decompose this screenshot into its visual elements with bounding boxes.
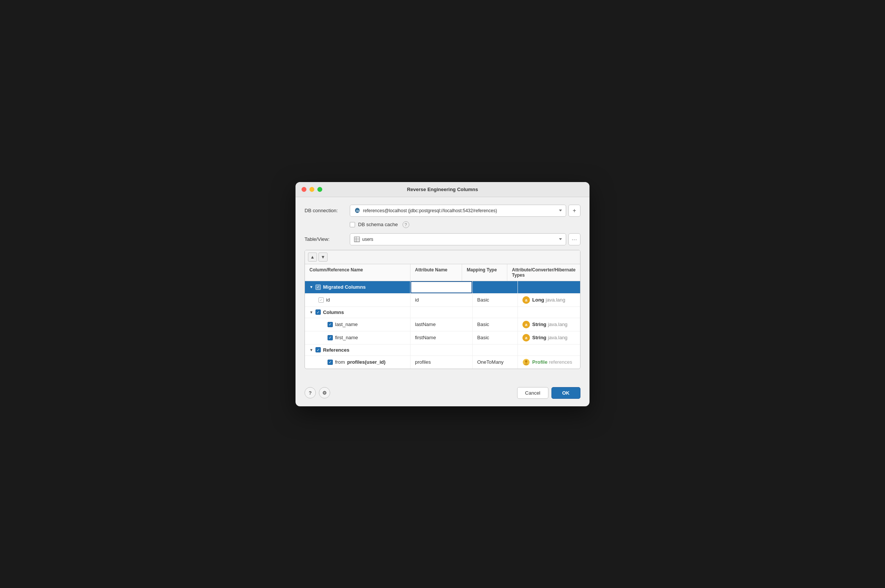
row-first-name[interactable]: ✓ first_name firstName Basic a String ja… xyxy=(305,331,580,345)
firstname-attr-value: firstName xyxy=(415,335,436,340)
table-toolbar: ▲ ▼ xyxy=(305,250,580,264)
help-button[interactable]: ? xyxy=(305,387,316,398)
schema-cache-label: DB schema cache xyxy=(358,222,398,227)
table-header: Column/Reference Name Attribute Name Map… xyxy=(305,264,580,281)
db-connection-chevron-icon xyxy=(559,210,562,211)
profiles-ref-mapping-cell: OneToMany xyxy=(473,356,518,369)
maximize-button[interactable] xyxy=(317,187,322,192)
firstname-checkbox[interactable]: ✓ xyxy=(328,335,333,340)
table-view-select[interactable]: users xyxy=(350,233,566,245)
dialog-footer: ? ⚙ Cancel OK xyxy=(296,383,589,406)
references-group-mapping-cell xyxy=(473,345,518,355)
move-up-button[interactable]: ▲ xyxy=(308,253,317,262)
id-type-main: Long xyxy=(532,297,544,303)
firstname-attr-cell: firstName xyxy=(410,331,473,344)
lastname-mapping-cell: Basic xyxy=(473,318,518,331)
close-button[interactable] xyxy=(302,187,306,192)
id-attr-badge: a xyxy=(522,296,530,304)
db-connection-select[interactable]: pg references@localhost (jdbc:postgresql… xyxy=(350,205,566,217)
dialog-body: DB connection: pg references@localhost (… xyxy=(296,197,589,383)
profiles-ref-checkbox[interactable]: ✓ xyxy=(328,360,333,365)
firstname-attr-badge: a xyxy=(522,334,530,341)
migrated-checkbox[interactable]: ✓ xyxy=(315,285,321,290)
window-controls xyxy=(302,187,322,192)
db-connection-label: DB connection: xyxy=(305,208,350,213)
profiles-ref-type-cell: Profile references xyxy=(518,356,580,369)
id-mapping-value: Basic xyxy=(477,297,489,303)
table-view-label: Table/View: xyxy=(305,236,350,242)
firstname-mapping-value: Basic xyxy=(477,335,489,340)
id-type-sub: java.lang xyxy=(546,297,565,303)
col-header-attr: Attribute Name xyxy=(410,264,462,281)
references-group-attr-cell xyxy=(410,345,473,355)
group-row-references[interactable]: ▼ ✓ References xyxy=(305,345,580,356)
references-group-label: References xyxy=(323,347,349,353)
columns-group-mapping-cell xyxy=(473,307,518,318)
row-id[interactable]: ✓ id id Basic a Long java.lang xyxy=(305,294,580,307)
schema-cache-help-icon[interactable]: ? xyxy=(403,221,409,228)
row-profiles-ref[interactable]: ✓ from profiles(user_id) profiles OneToM… xyxy=(305,356,580,369)
columns-table: ▲ ▼ Column/Reference Name Attribute Name… xyxy=(305,250,580,369)
table-view-more-button[interactable]: ··· xyxy=(568,233,580,245)
lastname-checkbox[interactable]: ✓ xyxy=(328,322,333,327)
main-dialog: Reverse Engineering Columns DB connectio… xyxy=(296,182,589,406)
col-header-name: Column/Reference Name xyxy=(305,264,410,281)
migrated-name-cell: ▼ ✓ Migrated Columns xyxy=(305,281,410,293)
id-mapping-cell: Basic xyxy=(473,294,518,306)
columns-group-name-cell: ▼ ✓ Columns xyxy=(305,307,410,318)
id-label: id xyxy=(326,297,330,303)
svg-text:pg: pg xyxy=(356,209,359,211)
references-group-name-cell: ▼ ✓ References xyxy=(305,345,410,355)
lastname-attr-badge: a xyxy=(522,321,530,328)
migrated-mapping-cell xyxy=(473,281,518,293)
columns-group-checkbox[interactable]: ✓ xyxy=(315,309,321,315)
schema-cache-row: DB schema cache ? xyxy=(350,221,580,228)
firstname-label: first_name xyxy=(335,335,358,340)
db-connection-container: pg references@localhost (jdbc:postgresql… xyxy=(350,205,580,217)
minimize-button[interactable] xyxy=(309,187,314,192)
lastname-label: last_name xyxy=(335,322,358,327)
group-row-migrated[interactable]: ▼ ✓ Migrated Columns xyxy=(305,281,580,294)
col-header-mapping: Mapping Type xyxy=(462,264,507,281)
lastname-type-sub: java.lang xyxy=(548,322,568,327)
columns-group-label: Columns xyxy=(323,309,344,315)
firstname-type-sub: java.lang xyxy=(548,335,568,340)
id-name-cell: ✓ id xyxy=(305,294,410,306)
lastname-mapping-value: Basic xyxy=(477,322,489,327)
title-bar: Reverse Engineering Columns xyxy=(296,182,589,197)
lastname-type-cell: a String java.lang xyxy=(518,318,580,331)
svg-point-10 xyxy=(525,360,527,363)
postgresql-icon: pg xyxy=(354,207,361,214)
db-connection-row: DB connection: pg references@localhost (… xyxy=(305,205,580,217)
migrated-attr-cell xyxy=(410,281,473,293)
lastname-name-cell: ✓ last_name xyxy=(305,318,410,331)
profiles-ref-attr-cell: profiles xyxy=(410,356,473,369)
references-group-checkbox[interactable]: ✓ xyxy=(315,347,321,352)
settings-button[interactable]: ⚙ xyxy=(319,387,330,398)
id-checkbox[interactable]: ✓ xyxy=(318,297,324,303)
firstname-name-cell: ✓ first_name xyxy=(305,331,410,344)
columns-group-attr-cell xyxy=(410,307,473,318)
profiles-ref-prefix: from xyxy=(335,359,345,365)
col-header-types: Attribute/Converter/Hibernate Types xyxy=(507,264,580,281)
group-row-columns[interactable]: ▼ ✓ Columns xyxy=(305,307,580,318)
lastname-type-main: String xyxy=(532,322,547,327)
migrated-attr-input[interactable] xyxy=(410,281,472,293)
schema-cache-checkbox[interactable] xyxy=(350,222,355,227)
columns-group-type-cell xyxy=(518,307,580,318)
profiles-ref-bold: profiles(user_id) xyxy=(347,359,386,365)
add-connection-button[interactable]: + xyxy=(568,205,580,217)
ok-button[interactable]: OK xyxy=(551,387,581,399)
id-type-cell: a Long java.lang xyxy=(518,294,580,306)
table-view-row: Table/View: users ··· xyxy=(305,233,580,245)
row-last-name[interactable]: ✓ last_name lastName Basic a String java… xyxy=(305,318,580,331)
profiles-ref-mapping-value: OneToMany xyxy=(477,359,504,365)
table-view-chevron-icon xyxy=(559,238,562,240)
table-icon xyxy=(354,236,360,242)
cancel-button[interactable]: Cancel xyxy=(517,387,548,399)
lastname-attr-value: lastName xyxy=(415,322,436,327)
firstname-type-main: String xyxy=(532,335,547,340)
profile-icon xyxy=(522,358,530,366)
move-down-button[interactable]: ▼ xyxy=(318,253,328,262)
profiles-ref-attr-value: profiles xyxy=(415,359,431,365)
